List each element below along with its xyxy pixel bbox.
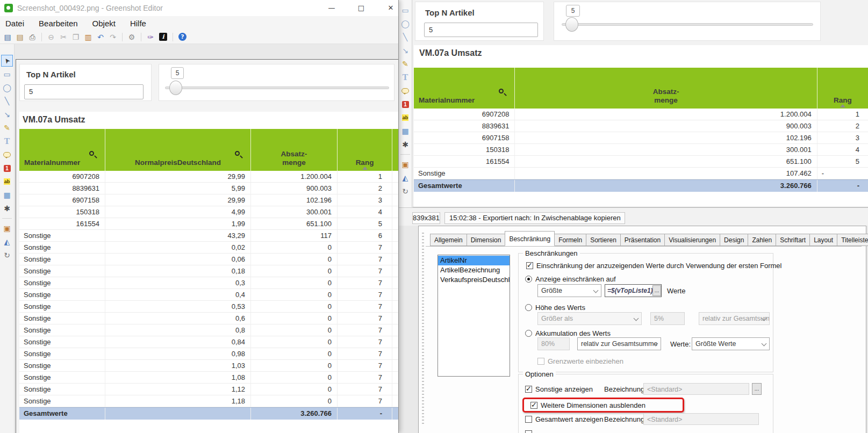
flip-tool[interactable]: ◭ [1, 236, 13, 248]
tab-design[interactable]: Design [720, 234, 748, 246]
hide-dimensions-checkbox[interactable] [530, 402, 537, 409]
accumulation-value-input[interactable]: 80% [537, 337, 570, 350]
effects-brush-icon[interactable]: ✑ [145, 32, 156, 42]
others-ellipsis-button[interactable]: ... [752, 383, 762, 395]
help-icon[interactable]: ? [178, 33, 186, 41]
first-formula-checkbox[interactable] [526, 262, 533, 269]
listbox-item[interactable]: VerkaufspreisDeutschland [438, 275, 510, 285]
text-tool[interactable]: T [1, 135, 13, 147]
flip-tool[interactable]: ◭ [399, 172, 411, 184]
show-total-checkbox[interactable] [525, 416, 532, 423]
column-header[interactable]: Materialnummer [414, 68, 514, 109]
dialog-resize-gutter[interactable] [422, 233, 424, 426]
settings-gear-icon[interactable]: ⚙ [126, 32, 137, 42]
obfuscate-tool[interactable]: ▦ [399, 125, 411, 137]
counter-tool[interactable]: 1 [1, 162, 13, 174]
menu-hilfe[interactable]: Hilfe [130, 19, 146, 28]
rectangle-tool[interactable]: ▭ [399, 4, 411, 16]
paste-icon[interactable]: ▥ [83, 32, 94, 42]
restrict-display-radio[interactable] [525, 276, 532, 283]
tab-formeln[interactable]: Formeln [554, 234, 586, 246]
obfuscate-tool[interactable]: ▦ [1, 189, 13, 201]
menu-datei[interactable]: Datei [5, 19, 24, 28]
ellipse-tool[interactable]: ◯ [399, 18, 411, 30]
crop-tool[interactable]: ▣ [399, 158, 411, 170]
paste-clipboard-icon[interactable]: ▤ [15, 32, 25, 42]
comparison-dropdown[interactable]: Größer als [537, 312, 642, 325]
copy-icon[interactable]: ❐ [70, 32, 81, 42]
others-caption-input[interactable]: <Standard> [643, 383, 749, 395]
column-header[interactable] [392, 129, 398, 171]
search-icon[interactable] [235, 151, 243, 159]
rotate-tool[interactable]: ↻ [399, 185, 411, 197]
highlight-tool[interactable]: ab [399, 112, 411, 124]
column-header[interactable]: Absatz- menge [514, 68, 816, 109]
tab-layout[interactable]: Layout [809, 234, 837, 246]
relative-to-dropdown[interactable]: relativ zur Gesamtsumn [699, 312, 770, 325]
rectangle-tool[interactable]: ▭ [1, 68, 13, 80]
clipped-checkbox[interactable] [525, 430, 532, 433]
remove-icon[interactable]: ⊖ [46, 32, 56, 42]
effects-tool[interactable]: ✱ [1, 203, 13, 214]
menu-bearbeiten[interactable]: Bearbeiten [39, 19, 78, 28]
accumulation-radio[interactable] [525, 330, 532, 337]
tab-präsentation[interactable]: Präsentation [620, 234, 665, 246]
save-icon[interactable]: ▤ [2, 32, 13, 42]
tab-sortieren[interactable]: Sortieren [586, 234, 621, 246]
include-boundaries-checkbox[interactable] [537, 358, 544, 365]
column-header[interactable]: Absatz- menge [250, 129, 337, 171]
percent-value-input[interactable]: 5% [650, 312, 685, 325]
value-height-radio[interactable] [525, 304, 532, 311]
minimize-button[interactable]: — [324, 0, 340, 16]
print-icon[interactable]: ⎙ [27, 32, 38, 42]
arrow-tool[interactable]: ↘ [399, 45, 411, 56]
tab-titelleiste[interactable]: Titelleiste [837, 234, 868, 246]
tab-beschränkung[interactable]: Beschränkung [505, 231, 555, 246]
tab-zahlen[interactable]: Zahlen [748, 234, 776, 246]
column-header[interactable]: NormalpreisDeutschland [105, 129, 250, 171]
close-button[interactable]: ✕ [383, 0, 399, 16]
freehand-tool[interactable]: ✎ [1, 122, 13, 134]
crop-tool[interactable]: ▣ [1, 222, 13, 234]
show-others-checkbox[interactable] [525, 386, 532, 393]
ellipse-tool[interactable]: ◯ [1, 82, 13, 93]
maximize-button[interactable]: □ [353, 0, 369, 16]
werte-mode-dropdown[interactable]: Größte Werte [692, 337, 770, 350]
table-cell: 0,18 [105, 265, 250, 277]
line-tool[interactable]: ╲ [399, 31, 411, 43]
arrow-tool[interactable]: ↘ [1, 109, 13, 120]
text-tool[interactable]: T [399, 71, 411, 83]
selection-cursor-tool[interactable]: ➤ [1, 55, 13, 67]
menu-objekt[interactable]: Objekt [92, 19, 116, 28]
line-tool[interactable]: ╲ [1, 95, 13, 107]
counter-tool[interactable]: 1 [399, 98, 411, 110]
info-icon[interactable]: i [159, 33, 167, 41]
rotate-tool[interactable]: ↻ [1, 249, 13, 261]
column-header[interactable]: Rang [817, 68, 868, 109]
tab-schriftart[interactable]: Schriftart [776, 234, 810, 246]
column-header[interactable]: Rang [337, 129, 392, 171]
tab-allgemein[interactable]: Allgemein [430, 234, 467, 246]
formula-ellipsis-button[interactable]: ... [652, 285, 661, 296]
freehand-tool[interactable]: ✎ [399, 58, 411, 70]
listbox-item[interactable]: ArtikelNr [438, 256, 510, 265]
tab-visualisierungen[interactable]: Visualisierungen [664, 234, 720, 246]
highlight-tool[interactable]: ab [1, 176, 13, 187]
redo-icon[interactable]: ↷ [107, 32, 118, 42]
table-cell: 7 [337, 336, 392, 348]
search-icon[interactable] [89, 151, 97, 159]
accumulation-relative-dropdown[interactable]: relativ zur Gesamtsumme [577, 337, 661, 350]
listbox-item[interactable]: ArtikelBezeichnung [438, 265, 510, 275]
undo-icon[interactable]: ↶ [95, 32, 106, 42]
total-caption-input[interactable]: <Standard> [643, 413, 759, 425]
speechbubble-tool[interactable] [1, 149, 13, 161]
tab-dimension[interactable]: Dimension [467, 234, 506, 246]
formula-input[interactable]: =$(vTopListe1) ... [605, 284, 662, 297]
search-icon[interactable] [499, 89, 507, 97]
dimension-listbox[interactable]: ArtikelNrArtikelBezeichnungVerkaufspreis… [437, 255, 510, 377]
cut-icon[interactable]: ✂ [58, 32, 69, 42]
restrict-mode-dropdown[interactable]: Größte [537, 284, 601, 297]
column-header[interactable]: Materialnummer [19, 129, 105, 171]
effects-tool[interactable]: ✱ [399, 139, 411, 150]
speechbubble-tool[interactable] [399, 85, 411, 97]
